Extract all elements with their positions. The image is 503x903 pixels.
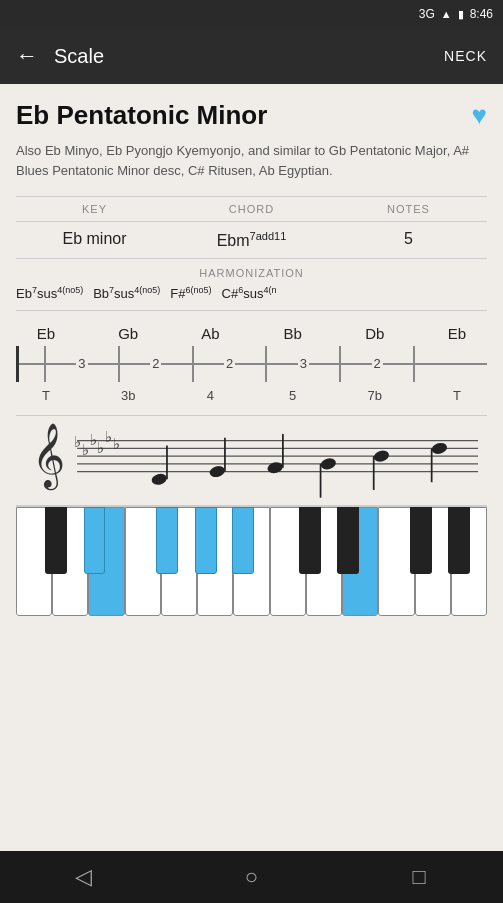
white-key-d[interactable] [52, 507, 88, 616]
svg-text:♭: ♭ [113, 436, 120, 453]
svg-text:♭: ♭ [97, 439, 104, 456]
harm-chord-3: F#6(no5) [170, 285, 211, 301]
note-eb2: Eb [427, 325, 487, 342]
time-text: 8:46 [470, 7, 493, 21]
battery-icon: ▮ [458, 8, 464, 21]
notes-cell: 5 [330, 230, 487, 250]
white-key-a2[interactable] [451, 507, 487, 616]
note-db: Db [345, 325, 405, 342]
scale-description: Also Eb Minyo, Eb Pyongjo Kyemyonjo, and… [16, 141, 487, 180]
scale-title: Eb Pentatonic Minor [16, 100, 267, 131]
fret-num-3: 3 [76, 356, 87, 371]
white-key-c[interactable] [16, 507, 52, 616]
neck-button[interactable]: NECK [444, 48, 487, 64]
white-key-eb[interactable] [88, 507, 124, 616]
white-key-bb[interactable] [233, 507, 269, 616]
staff-area: 𝄞 ♭ ♭ ♭ ♭ ♭ ♭ [16, 416, 487, 506]
note-gb: Gb [98, 325, 158, 342]
white-key-f2[interactable] [378, 507, 414, 616]
fret-num-2c: 2 [372, 356, 383, 371]
main-content: Eb Pentatonic Minor ♥ Also Eb Minyo, Eb … [0, 84, 503, 851]
svg-point-21 [373, 449, 391, 463]
white-key-g[interactable] [161, 507, 197, 616]
scale-diagram: Eb Gb Ab Bb Db Eb 3 2 2 [16, 311, 487, 416]
svg-point-15 [208, 465, 226, 479]
interval-t2: T [427, 388, 487, 403]
svg-point-19 [319, 457, 337, 471]
interval-7b: 7b [345, 388, 405, 403]
signal-icon: ▲ [441, 8, 452, 20]
white-key-eb2[interactable] [342, 507, 378, 616]
scale-table: KEY CHORD NOTES Eb minor Ebm7add11 5 [16, 196, 487, 259]
chord-header: CHORD [173, 203, 330, 215]
harm-chord-2: Bb7sus4(no5) [93, 285, 160, 301]
key-header: KEY [16, 203, 173, 215]
title-row: Eb Pentatonic Minor ♥ [16, 100, 487, 131]
table-data-row: Eb minor Ebm7add11 5 [16, 222, 487, 259]
svg-text:𝄞: 𝄞 [32, 424, 65, 492]
signal-text: 3G [419, 7, 435, 21]
status-bar: 3G ▲ ▮ 8:46 [0, 0, 503, 28]
note-bb: Bb [263, 325, 323, 342]
nav-bar: ← Scale NECK [0, 28, 503, 84]
key-cell: Eb minor [16, 230, 173, 250]
chord-superscript: 7add11 [250, 230, 287, 242]
bottom-nav: ◁ ○ □ [0, 851, 503, 903]
svg-text:♭: ♭ [105, 428, 112, 445]
chord-cell: Ebm7add11 [173, 230, 330, 250]
svg-text:♭: ♭ [90, 432, 97, 449]
harmonization-chords: Eb7sus4(no5) Bb7sus4(no5) F#6(no5) C#6su… [16, 283, 487, 310]
nav-recent-button[interactable]: □ [389, 857, 449, 897]
harmonization-label: HARMONIZATION [16, 259, 487, 283]
nav-back-button[interactable]: ◁ [54, 857, 114, 897]
white-key-a[interactable] [197, 507, 233, 616]
white-key-d2[interactable] [306, 507, 342, 616]
piano-area [16, 506, 487, 616]
fret-num-3b: 3 [298, 356, 309, 371]
favorite-button[interactable]: ♥ [472, 100, 487, 131]
note-eb1: Eb [16, 325, 76, 342]
svg-text:♭: ♭ [82, 441, 89, 458]
svg-text:♭: ♭ [74, 434, 81, 451]
staff-svg: 𝄞 ♭ ♭ ♭ ♭ ♭ ♭ [24, 416, 479, 506]
harm-chord-1: Eb7sus4(no5) [16, 285, 83, 301]
interval-5: 5 [263, 388, 323, 403]
nav-left: ← Scale [16, 43, 104, 69]
svg-point-17 [266, 461, 284, 475]
nav-title: Scale [54, 45, 104, 68]
fret-num-2b: 2 [224, 356, 235, 371]
notes-header: NOTES [330, 203, 487, 215]
harm-chord-4: C#6sus4(n [222, 285, 277, 301]
interval-t1: T [16, 388, 76, 403]
white-key-g2[interactable] [415, 507, 451, 616]
nav-home-button[interactable]: ○ [221, 857, 281, 897]
white-key-f[interactable] [125, 507, 161, 616]
fret-num-2a: 2 [150, 356, 161, 371]
note-ab: Ab [180, 325, 240, 342]
interval-3b: 3b [98, 388, 158, 403]
svg-point-23 [431, 441, 449, 455]
table-header-row: KEY CHORD NOTES [16, 197, 487, 222]
back-button[interactable]: ← [16, 43, 38, 69]
interval-4: 4 [180, 388, 240, 403]
white-key-c2[interactable] [270, 507, 306, 616]
